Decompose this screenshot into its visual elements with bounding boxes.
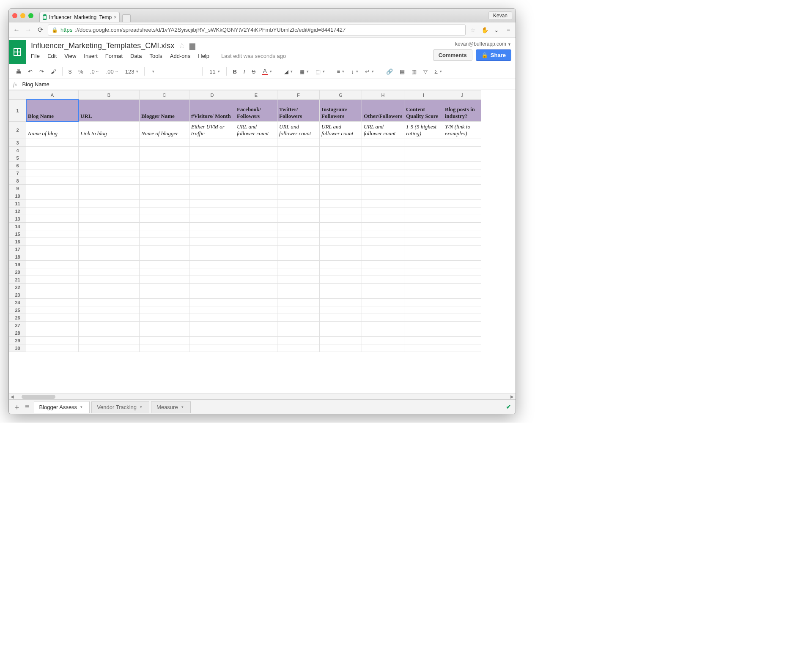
cell-D4[interactable]	[189, 147, 235, 154]
cell-G16[interactable]	[320, 238, 362, 246]
cell-G13[interactable]	[320, 215, 362, 223]
cell-D9[interactable]	[189, 185, 235, 192]
cell-D18[interactable]	[189, 253, 235, 261]
cell-B22[interactable]	[79, 284, 140, 291]
cell-F30[interactable]	[277, 344, 320, 352]
cell-H29[interactable]	[362, 337, 404, 344]
number-format-dropdown[interactable]: 123	[123, 67, 141, 76]
cell-D11[interactable]	[189, 200, 235, 207]
cell-G4[interactable]	[320, 147, 362, 154]
column-header-G[interactable]: G	[320, 90, 362, 100]
row-header-7[interactable]: 7	[9, 169, 26, 177]
cell-J8[interactable]	[443, 177, 481, 185]
cell-B9[interactable]	[79, 185, 140, 192]
cell-E7[interactable]	[235, 169, 277, 177]
merge-cells-button[interactable]: ⬚	[313, 67, 327, 76]
column-header-D[interactable]: D	[189, 90, 235, 100]
cell-J26[interactable]	[443, 314, 481, 322]
cell-D23[interactable]	[189, 291, 235, 299]
cell-G20[interactable]	[320, 268, 362, 276]
currency-button[interactable]: $	[66, 67, 74, 76]
row-header-26[interactable]: 26	[9, 314, 26, 322]
cell-B29[interactable]	[79, 337, 140, 344]
undo-icon[interactable]: ↶	[25, 67, 35, 76]
cell-B26[interactable]	[79, 314, 140, 322]
new-tab-button[interactable]	[122, 14, 131, 22]
cell-J18[interactable]	[443, 253, 481, 261]
cell-D16[interactable]	[189, 238, 235, 246]
cell-G18[interactable]	[320, 253, 362, 261]
cell-E9[interactable]	[235, 185, 277, 192]
cell-H25[interactable]	[362, 306, 404, 314]
cell-E2[interactable]: URL and follower count	[235, 122, 277, 139]
sheet-tab-vendor-tracking[interactable]: Vendor Tracking▾	[91, 401, 149, 413]
row-header-18[interactable]: 18	[9, 253, 26, 261]
row-header-2[interactable]: 2	[9, 122, 26, 139]
cell-I2[interactable]: 1-5 (5 highest rating)	[404, 122, 443, 139]
cell-C27[interactable]	[140, 322, 189, 329]
cell-C1[interactable]: Blogger Name	[140, 100, 189, 122]
cell-C13[interactable]	[140, 215, 189, 223]
cell-F12[interactable]	[277, 207, 320, 215]
cell-J21[interactable]	[443, 276, 481, 284]
cell-B21[interactable]	[79, 276, 140, 284]
column-header-F[interactable]: F	[277, 90, 320, 100]
cell-A25[interactable]	[26, 306, 79, 314]
cell-F10[interactable]	[277, 192, 320, 200]
cell-C4[interactable]	[140, 147, 189, 154]
cell-C5[interactable]	[140, 154, 189, 162]
cell-F22[interactable]	[277, 284, 320, 291]
cell-E11[interactable]	[235, 200, 277, 207]
row-header-11[interactable]: 11	[9, 200, 26, 207]
cell-G7[interactable]	[320, 169, 362, 177]
cell-E18[interactable]	[235, 253, 277, 261]
cell-A13[interactable]	[26, 215, 79, 223]
row-header-16[interactable]: 16	[9, 238, 26, 246]
cell-A23[interactable]	[26, 291, 79, 299]
cell-B14[interactable]	[79, 223, 140, 230]
cell-D27[interactable]	[189, 322, 235, 329]
cell-D22[interactable]	[189, 284, 235, 291]
print-icon[interactable]: 🖶	[13, 67, 24, 76]
cell-H4[interactable]	[362, 147, 404, 154]
cell-F21[interactable]	[277, 276, 320, 284]
cell-H23[interactable]	[362, 291, 404, 299]
row-header-24[interactable]: 24	[9, 299, 26, 306]
cell-E23[interactable]	[235, 291, 277, 299]
cell-G19[interactable]	[320, 261, 362, 268]
menu-view[interactable]: View	[64, 53, 76, 59]
cell-H3[interactable]	[362, 139, 404, 147]
row-header-27[interactable]: 27	[9, 322, 26, 329]
cell-H12[interactable]	[362, 207, 404, 215]
cell-H28[interactable]	[362, 329, 404, 337]
cell-E13[interactable]	[235, 215, 277, 223]
insert-comment-icon[interactable]: ▤	[397, 67, 407, 76]
cell-F27[interactable]	[277, 322, 320, 329]
cell-E22[interactable]	[235, 284, 277, 291]
dec-less-button[interactable]: .0←	[88, 67, 102, 76]
cell-H13[interactable]	[362, 215, 404, 223]
cell-A29[interactable]	[26, 337, 79, 344]
cell-F2[interactable]: URL and follower count	[277, 122, 320, 139]
cell-I24[interactable]	[404, 299, 443, 306]
cell-G25[interactable]	[320, 306, 362, 314]
cell-H22[interactable]	[362, 284, 404, 291]
column-header-A[interactable]: A	[26, 90, 79, 100]
cell-C19[interactable]	[140, 261, 189, 268]
cell-G14[interactable]	[320, 223, 362, 230]
row-header-6[interactable]: 6	[9, 162, 26, 169]
cell-F1[interactable]: Twitter/ Followers	[277, 100, 320, 122]
cell-G1[interactable]: Instagram/ Followers	[320, 100, 362, 122]
cell-E24[interactable]	[235, 299, 277, 306]
cell-E4[interactable]	[235, 147, 277, 154]
cell-B2[interactable]: Link to blog	[79, 122, 140, 139]
cell-G23[interactable]	[320, 291, 362, 299]
cell-B17[interactable]	[79, 246, 140, 253]
cell-E6[interactable]	[235, 162, 277, 169]
cell-D5[interactable]	[189, 154, 235, 162]
cell-I3[interactable]	[404, 139, 443, 147]
cell-C20[interactable]	[140, 268, 189, 276]
cell-E26[interactable]	[235, 314, 277, 322]
cell-I28[interactable]	[404, 329, 443, 337]
cell-I22[interactable]	[404, 284, 443, 291]
